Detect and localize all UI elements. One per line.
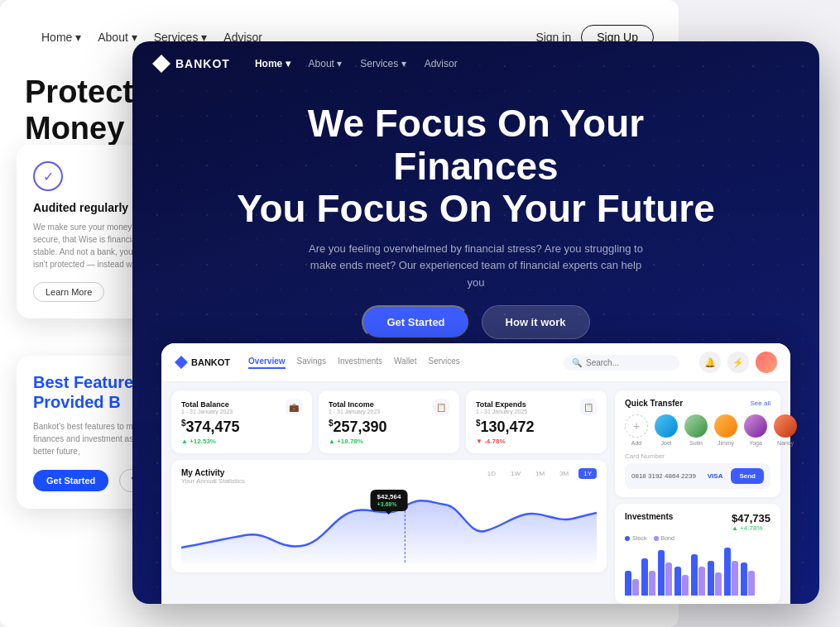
bell-icon[interactable]: ⚡	[727, 352, 749, 373]
chart-tooltip: $42,564+3.68%	[371, 490, 408, 511]
stock-label: Stock	[632, 535, 647, 541]
dash-content: Total Balance 1 - 31 January 2023 💼 $374…	[161, 382, 790, 604]
chart-area: $42,564+3.68%	[181, 490, 597, 564]
bar-group-5	[691, 554, 705, 596]
dash-logo: BANKOT	[175, 356, 230, 369]
bar-bond-7	[732, 561, 738, 596]
sutin-label: Sutin	[689, 440, 703, 446]
bar-stock-8	[741, 562, 747, 596]
add-contact-btn[interactable]: +	[625, 414, 648, 438]
nav-home[interactable]: Home ▾	[255, 58, 290, 69]
logo-icon	[152, 55, 170, 73]
expends-value: $130,472	[476, 419, 597, 436]
bar-bond-6	[715, 572, 722, 596]
expends-date: 1 - 31 January 2025	[476, 409, 527, 414]
qt-contact-nancy[interactable]: Nancy	[774, 414, 797, 446]
bar-group-4	[674, 567, 689, 596]
qt-contact-sutin[interactable]: Sutin	[684, 414, 708, 446]
bar-bond-2	[649, 571, 655, 596]
tab-1d[interactable]: 1D	[482, 468, 501, 479]
dashboard-panel: BANKOT Overview Savings Investments Wall…	[161, 343, 790, 604]
get-started-btn[interactable]: Get Started	[362, 305, 469, 339]
qt-contacts: + Add Joel Sutin Jimm	[625, 414, 770, 446]
avatar-joel	[655, 414, 678, 438]
qt-contact-joel[interactable]: Joel	[655, 414, 678, 446]
tab-1y[interactable]: 1Y	[578, 468, 597, 479]
how-it-work-btn[interactable]: How it work	[482, 305, 590, 339]
dash-nav-savings[interactable]: Savings	[297, 357, 327, 369]
bar-group-3	[658, 550, 672, 596]
app-nav: BANKOT Home ▾ About ▾ Services ▾ Advisor	[132, 41, 819, 86]
joel-label: Joel	[661, 440, 672, 446]
notification-icon[interactable]: 🔔	[699, 352, 721, 373]
send-btn[interactable]: Send	[731, 468, 764, 484]
features-get-started-btn[interactable]: Get Started	[33, 470, 108, 491]
app-logo: BANKOT	[152, 55, 230, 73]
avatar-jimmy	[714, 414, 737, 438]
nancy-label: Nancy	[777, 440, 794, 446]
avatar-sutin	[684, 414, 708, 438]
quick-transfer-card: Quick Transfer See all + Add Joel	[615, 390, 780, 497]
visa-badge: VISA	[708, 472, 723, 480]
expends-title: Total Expends	[476, 400, 527, 409]
stat-cards: Total Balance 1 - 31 January 2023 💼 $374…	[171, 390, 607, 453]
dash-left: Total Balance 1 - 31 January 2023 💼 $374…	[171, 390, 607, 604]
dash-nav-services[interactable]: Services	[428, 357, 459, 369]
bar-bond-4	[682, 575, 689, 596]
expends-change: ▼ -4.78%	[476, 438, 597, 445]
bar-stock-4	[674, 567, 681, 596]
dash-nav-investments[interactable]: Investments	[338, 357, 382, 369]
bar-stock-5	[691, 554, 698, 596]
dash-nav-overview[interactable]: Overview	[248, 357, 285, 369]
bar-stock-3	[658, 550, 665, 596]
qt-see-all[interactable]: See all	[751, 400, 770, 407]
income-icon: 📋	[433, 399, 449, 415]
dash-right: Quick Transfer See all + Add Joel	[615, 390, 780, 604]
bar-group-2	[641, 558, 655, 596]
qt-contact-yoga[interactable]: Yoga	[744, 414, 767, 446]
dash-nav-wallet[interactable]: Wallet	[394, 357, 416, 369]
balance-change: ▲ +12.53%	[181, 438, 302, 445]
yoga-label: Yoga	[749, 440, 762, 446]
bg-nav-about[interactable]: About ▾	[98, 31, 137, 44]
card-number-text: 0818 3192 4864 2239	[631, 472, 703, 480]
bar-stock-1	[625, 571, 631, 596]
qt-title: Quick Transfer	[625, 399, 683, 408]
nav-advisor[interactable]: Advisor	[425, 58, 458, 69]
bar-bond-3	[665, 562, 672, 596]
bond-label: Bond	[661, 535, 674, 541]
nav-services[interactable]: Services ▾	[360, 58, 406, 69]
tab-1w[interactable]: 1W	[506, 468, 526, 479]
dash-nav-links: Overview Savings Investments Wallet Serv…	[248, 357, 460, 369]
app-logo-text: BANKOT	[175, 57, 230, 70]
qt-contact-add[interactable]: + Add	[625, 414, 648, 446]
tab-3m[interactable]: 3M	[554, 468, 574, 479]
income-value: $257,390	[329, 419, 449, 436]
dash-search[interactable]: 🔍	[564, 355, 679, 371]
nav-about[interactable]: About ▾	[309, 58, 343, 69]
learn-more-btn[interactable]: Learn More	[33, 282, 104, 302]
bar-stock-7	[724, 548, 731, 596]
user-avatar[interactable]	[756, 352, 777, 373]
balance-date: 1 - 31 January 2023	[181, 409, 233, 414]
qt-contact-jimmy[interactable]: Jimmy	[714, 414, 737, 446]
hero-buttons: Get Started How it work	[166, 305, 786, 339]
stat-card-balance: Total Balance 1 - 31 January 2023 💼 $374…	[171, 390, 312, 453]
dash-icons: 🔔 ⚡	[699, 352, 777, 373]
bar-chart	[625, 546, 770, 596]
bar-bond-5	[698, 567, 705, 596]
bar-stock-2	[641, 558, 648, 596]
legend-stock: Stock	[625, 535, 647, 541]
bar-group-1	[625, 571, 639, 596]
tab-1m[interactable]: 1M	[530, 468, 550, 479]
dash-logo-text: BANKOT	[191, 357, 230, 367]
search-input[interactable]	[586, 358, 671, 367]
bg-nav-home[interactable]: Home ▾	[41, 31, 81, 44]
main-card: BANKOT Home ▾ About ▾ Services ▾ Advisor…	[132, 41, 819, 604]
income-title: Total Income	[329, 400, 380, 409]
bar-group-7	[724, 548, 738, 596]
bar-group-6	[708, 561, 722, 596]
investments-card: Investments $47,735 ▲ +4.78% Stock	[615, 504, 780, 604]
time-tabs: 1D 1W 1M 3M 1Y	[482, 468, 597, 479]
legend-bond: Bond	[654, 535, 674, 541]
